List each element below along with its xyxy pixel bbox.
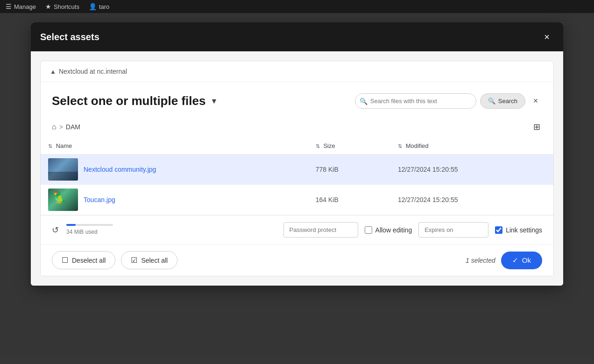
search-input-wrap: 🔍 [355, 93, 476, 109]
col-name-header[interactable]: ⇅ Name [41, 138, 308, 154]
modal-close-button[interactable]: × [540, 30, 554, 44]
file-table: ⇅ Name ⇅ Size ⇅ Modified [41, 138, 553, 215]
allow-editing-checkbox[interactable] [365, 226, 372, 234]
file-modified-cell: 12/27/2024 15:20:55 [390, 154, 553, 185]
breadcrumb-source: Nextcloud at nc.internal [59, 68, 127, 75]
ok-button[interactable]: ✓ Ok [501, 252, 542, 269]
deselect-checkbox-icon: ☐ [62, 256, 68, 265]
storage-label: 34 MiB used [66, 229, 98, 235]
bottom-options: Allow editing Link settings [283, 222, 542, 238]
storage-info-wrap: 34 MiB used [66, 224, 113, 236]
home-icon[interactable]: ⌂ [52, 123, 57, 131]
topbar: ☰ Manage ★ Shortcuts 👤 taro [0, 0, 594, 13]
search-input-icon: 🔍 [360, 98, 368, 105]
hamburger-icon: ☰ [6, 3, 12, 10]
table-header-row: ⇅ Name ⇅ Size ⇅ Modified [41, 138, 553, 154]
col-modified-header[interactable]: ⇅ Modified [390, 138, 553, 154]
modal-title: Select assets [40, 32, 99, 42]
collapse-icon[interactable]: ▲ [50, 68, 56, 75]
star-icon: ★ [45, 3, 51, 10]
expires-on-input[interactable] [418, 222, 488, 238]
modified-col-label: Modified [406, 142, 429, 149]
select-all-label: Select all [141, 257, 168, 264]
col-size-header[interactable]: ⇅ Size [308, 138, 390, 154]
modal-header: Select assets × [31, 22, 563, 51]
modified-sort-icon: ⇅ [398, 143, 402, 149]
view-toggle-button[interactable]: ⊞ [531, 120, 542, 134]
file-size-cell: 778 KiB [308, 154, 390, 185]
search-input[interactable] [355, 93, 476, 109]
thumbnail-toucan [48, 189, 78, 211]
action-row: ☐ Deselect all ☑ Select all 1 selected ✓… [41, 244, 553, 276]
file-name-text: Toucan.jpg [84, 196, 115, 203]
file-table-scroll[interactable]: ⇅ Name ⇅ Size ⇅ Modified [41, 138, 553, 215]
password-protect-input[interactable] [283, 222, 358, 238]
storage-bar-fill [66, 224, 76, 226]
breadcrumb: ▲ Nextcloud at nc.internal [41, 61, 553, 82]
selector-title: Select one or multiple files ▼ [52, 94, 347, 108]
manage-menu[interactable]: ☰ Manage [6, 3, 36, 10]
file-name-text: Nextcloud community.jpg [84, 166, 156, 173]
filter-icon[interactable]: ▼ [210, 97, 218, 105]
storage-bar [66, 224, 113, 226]
ok-label: Ok [522, 256, 531, 264]
shortcuts-menu[interactable]: ★ Shortcuts [45, 3, 79, 10]
path-chevron: > [59, 123, 63, 131]
size-col-label: Size [323, 142, 335, 149]
file-name-cell: Nextcloud community.jpg [41, 154, 308, 185]
allow-editing-label[interactable]: Allow editing [365, 226, 412, 234]
file-size-cell: 164 KiB [308, 185, 390, 215]
current-path: DAM [66, 123, 80, 131]
deselect-all-button[interactable]: ☐ Deselect all [52, 251, 115, 269]
bottom-bar: ↺ 34 MiB used Allow editing [41, 215, 553, 244]
select-assets-modal: Select assets × ▲ Nextcloud at nc.intern… [31, 22, 563, 286]
selector-title-text: Select one or multiple files [52, 94, 205, 108]
table-wrapper: ⇅ Name ⇅ Size ⇅ Modified [41, 138, 553, 215]
refresh-icon[interactable]: ↺ [52, 225, 59, 235]
select-all-button[interactable]: ☑ Select all [121, 251, 177, 269]
search-button[interactable]: 🔍 Search [480, 93, 525, 109]
search-btn-icon: 🔍 [488, 98, 495, 105]
user-icon: 👤 [89, 3, 97, 10]
selected-count: 1 selected [466, 257, 495, 264]
name-col-label: Name [56, 142, 72, 149]
modal-body: ▲ Nextcloud at nc.internal Select one or… [31, 51, 563, 286]
search-area: 🔍 🔍 Search × [355, 93, 542, 109]
name-sort-icon: ⇅ [48, 143, 52, 149]
table-row[interactable]: Toucan.jpg 164 KiB 12/27/2024 15:20:55 [41, 185, 553, 215]
select-all-checkbox-icon: ☑ [131, 256, 137, 265]
table-row[interactable]: Nextcloud community.jpg 778 KiB 12/27/20… [41, 154, 553, 185]
file-modified-cell: 12/27/2024 15:20:55 [390, 185, 553, 215]
clear-search-button[interactable]: × [529, 95, 542, 108]
content-card: ▲ Nextcloud at nc.internal Select one or… [40, 61, 554, 276]
file-selector-header: Select one or multiple files ▼ 🔍 🔍 Searc… [41, 82, 553, 116]
nav-row: ⌂ > DAM ⊞ [41, 116, 553, 138]
shortcuts-label: Shortcuts [54, 3, 79, 10]
manage-label: Manage [14, 3, 36, 10]
allow-editing-text: Allow editing [375, 226, 412, 234]
size-sort-icon: ⇅ [316, 143, 320, 149]
link-settings-label[interactable]: Link settings [495, 226, 542, 234]
modal-overlay: Select assets × ▲ Nextcloud at nc.intern… [0, 13, 594, 364]
user-menu[interactable]: 👤 taro [89, 3, 109, 10]
ok-icon: ✓ [512, 256, 518, 265]
deselect-all-label: Deselect all [72, 257, 106, 264]
search-btn-label: Search [498, 98, 517, 105]
thumbnail-community [48, 158, 78, 181]
path-nav: ⌂ > DAM [52, 123, 80, 131]
link-settings-checkbox[interactable] [495, 226, 502, 234]
link-settings-text: Link settings [506, 226, 542, 234]
user-label: taro [99, 3, 109, 10]
file-name-cell: Toucan.jpg [41, 185, 308, 215]
